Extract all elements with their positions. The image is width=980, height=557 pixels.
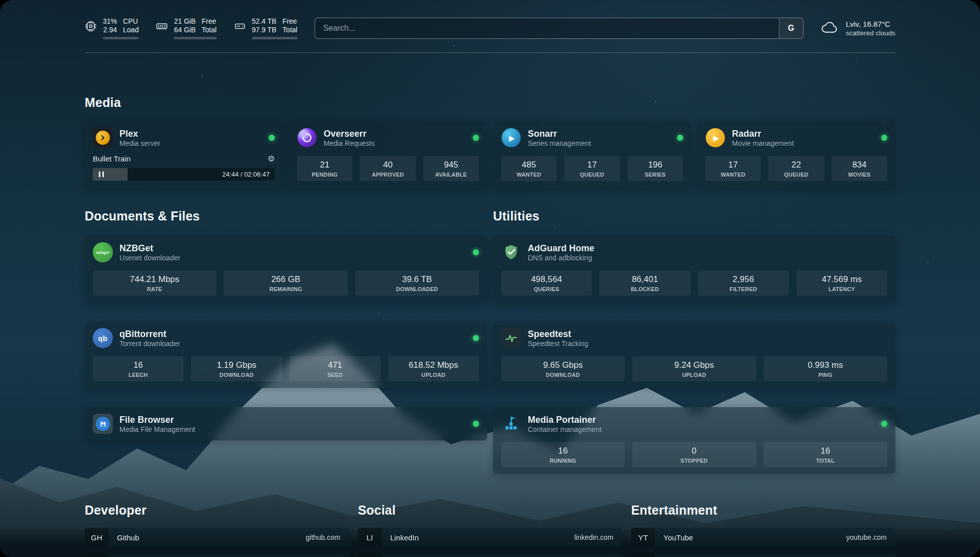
section-title-entertainment: Entertainment — [631, 503, 895, 518]
bookmarks-area: Developer GH Github github.com SO StackO… — [85, 503, 895, 557]
system-widgets: 31% CPU 2.94 Load 21 GiB Free 64 GiB — [85, 17, 297, 39]
dashboard-page: 31% CPU 2.94 Load 21 GiB Free 64 GiB — [0, 0, 980, 557]
bookmark-twitter[interactable]: TW Twitter twitter.com — [358, 553, 622, 557]
bookmark-netflix[interactable]: NF Netflix netflix.com — [631, 553, 895, 557]
service-card-radarr[interactable]: ▶ Radarr Movie management 17 WANTED 22 — [697, 121, 895, 188]
bookmark-stackoverflow[interactable]: SO StackOverflow stackoverflow.com — [85, 553, 349, 557]
service-subtitle: Usenet downloader — [119, 254, 180, 262]
stat-seed: 471 SEED — [290, 356, 381, 381]
cloud-icon — [821, 20, 839, 37]
stat-upload: 618.52 Mbps UPLOAD — [388, 356, 479, 381]
top-bar: 31% CPU 2.94 Load 21 GiB Free 64 GiB — [85, 17, 895, 39]
service-subtitle: Container management — [528, 425, 601, 433]
media-card-row: Plex Media server Bullet Train ⚙ 24:44 /… — [85, 121, 895, 188]
adguard-icon — [501, 242, 521, 262]
disk-progress-bar — [252, 37, 297, 39]
overseerr-icon — [297, 128, 317, 148]
stat-queued: 22 QUEUED — [768, 156, 824, 181]
service-card-portainer[interactable]: Media Portainer Container management 16 … — [493, 407, 895, 474]
service-name: AdGuard Home — [528, 243, 594, 254]
plex-icon — [93, 128, 113, 148]
section-title-social: Social — [358, 503, 622, 518]
weather-condition: scattered clouds — [846, 29, 895, 37]
bookmark-abbr: LI — [358, 528, 382, 547]
service-card-overseerr[interactable]: Overseerr Media Requests 21 PENDING 40 A… — [289, 121, 487, 188]
service-card-filebrowser[interactable]: File Browser Media File Management — [85, 407, 487, 440]
stat-rate: 744.21 Mbps RATE — [93, 270, 216, 296]
gear-icon[interactable]: ⚙ — [268, 154, 275, 163]
status-dot — [881, 421, 887, 427]
stat-download: 9.65 Gbps DOWNLOAD — [501, 356, 625, 381]
service-name: Radarr — [732, 128, 794, 140]
service-name: NZBGet — [119, 243, 180, 254]
section-title-documents: Documents & Files — [85, 209, 487, 224]
disk-free-value: 52.4 TB — [252, 17, 277, 25]
stat-running: 16 RUNNING — [501, 442, 625, 467]
utilities-column: Utilities AdGuard Home DNS and adblockin… — [493, 209, 895, 474]
ram-total-value: 64 GiB — [174, 26, 196, 34]
service-card-qbittorrent[interactable]: qb qBittorrent Torrent downloader 16 LEE… — [85, 321, 487, 388]
ram-icon — [156, 20, 168, 34]
stat-latency: 47.569 ms LATENCY — [797, 270, 887, 296]
service-subtitle: Series management — [528, 139, 591, 147]
bookmark-abbr: TW — [358, 553, 382, 557]
bookmark-abbr: NF — [631, 553, 655, 557]
stat-blocked: 86,401 BLOCKED — [599, 270, 690, 296]
cpu-usage-label: CPU — [123, 17, 139, 25]
search-input[interactable] — [315, 24, 779, 33]
documents-column: Documents & Files nzbget NZBGet Usenet d… — [85, 209, 487, 474]
ram-total-label: Total — [202, 26, 217, 34]
service-name: qBittorrent — [119, 328, 180, 340]
bookmark-name: YouTube — [663, 533, 693, 542]
sonarr-icon: ▶ — [501, 128, 521, 148]
status-dot — [473, 249, 479, 255]
service-card-adguard[interactable]: AdGuard Home DNS and adblocking 498,564 … — [493, 236, 895, 302]
service-name: Overseerr — [324, 128, 375, 140]
portainer-icon — [501, 414, 521, 434]
filebrowser-icon — [93, 414, 113, 434]
bookmark-youtube[interactable]: YT YouTube youtube.com — [631, 528, 895, 547]
nzbget-icon: nzbget — [93, 242, 113, 262]
bookmark-abbr: YT — [631, 528, 655, 547]
cpu-widget: 31% CPU 2.94 Load — [85, 17, 139, 39]
bookmark-github[interactable]: GH Github github.com — [85, 528, 349, 547]
section-title-utilities: Utilities — [493, 209, 895, 224]
service-name: Speedtest — [528, 328, 588, 340]
background-stars — [0, 0, 1, 1]
service-subtitle: Speedtest Tracking — [528, 340, 588, 348]
service-subtitle: Torrent downloader — [119, 340, 180, 348]
section-title-media: Media — [85, 95, 895, 110]
search-provider-button[interactable]: G — [779, 18, 803, 38]
service-subtitle: DNS and adblocking — [528, 254, 594, 262]
status-dot — [269, 135, 275, 141]
stat-queries: 498,564 QUERIES — [501, 270, 592, 296]
bookmark-url: github.com — [306, 533, 340, 541]
service-card-sonarr[interactable]: ▶ Sonarr Series management 485 WANTED 17 — [493, 121, 691, 188]
memory-widget: 21 GiB Free 64 GiB Total — [156, 17, 216, 39]
stat-stopped: 0 STOPPED — [632, 442, 756, 467]
status-dot — [677, 135, 683, 141]
ram-progress-bar — [174, 37, 216, 39]
service-card-plex[interactable]: Plex Media server Bullet Train ⚙ 24:44 /… — [85, 121, 283, 188]
stat-total: 16 TOTAL — [764, 442, 887, 467]
disk-icon — [234, 20, 246, 34]
bookmark-group-social: Social LI LinkedIn linkedin.com TW Twitt… — [358, 503, 622, 557]
service-card-speedtest[interactable]: Speedtest Speedtest Tracking 9.65 Gbps D… — [493, 321, 895, 388]
ram-free-value: 21 GiB — [174, 17, 196, 25]
stat-leech: 16 LEECH — [93, 356, 183, 381]
weather-location-temp: Lviv, 16.87°C — [846, 20, 895, 28]
service-subtitle: Media File Management — [119, 425, 195, 433]
disk-total-value: 97.9 TB — [252, 26, 277, 34]
pause-button[interactable] — [93, 172, 110, 177]
status-dot — [473, 421, 479, 427]
ram-free-label: Free — [202, 17, 217, 25]
radarr-icon: ▶ — [705, 128, 725, 148]
service-name: File Browser — [119, 414, 195, 426]
stat-pending: 21 PENDING — [297, 156, 352, 181]
bookmark-url: linkedin.com — [574, 533, 614, 541]
bookmark-linkedin[interactable]: LI LinkedIn linkedin.com — [358, 528, 622, 547]
qbittorrent-icon: qb — [93, 328, 113, 348]
service-card-nzbget[interactable]: nzbget NZBGet Usenet downloader 744.21 M… — [85, 236, 487, 302]
stat-approved: 40 APPROVED — [360, 156, 415, 181]
playback-progress-bar[interactable]: 24:44 / 02:06:47 — [93, 168, 275, 181]
